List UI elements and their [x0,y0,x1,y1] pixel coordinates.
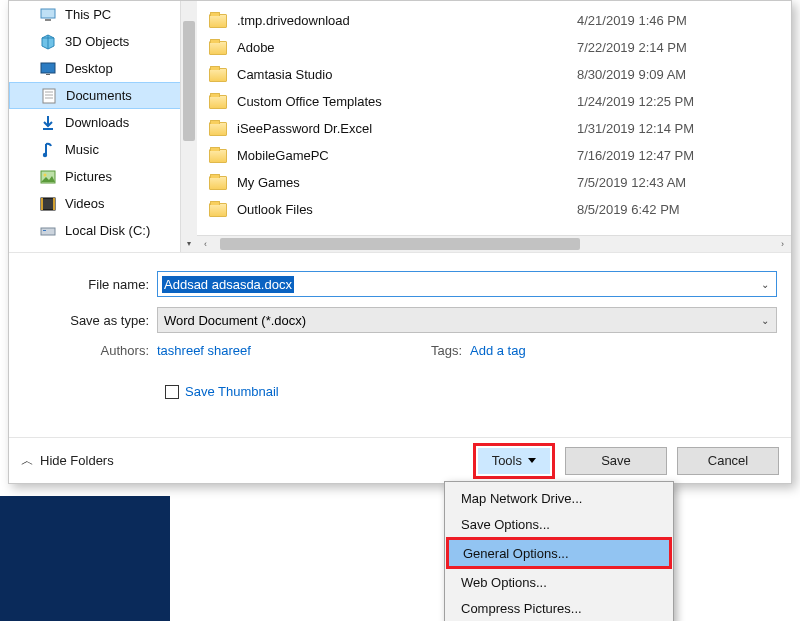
filename-dropdown-icon[interactable]: ⌄ [756,274,774,294]
tools-button[interactable]: Tools [478,448,550,474]
disk-icon [39,222,57,240]
sidebar-item-label: Local Disk (C:) [65,223,150,238]
svg-rect-18 [41,228,55,235]
sidebar-item-label: This PC [65,7,111,22]
scrollbar-track[interactable] [214,236,774,252]
save-as-dialog: This PC 3D Objects Desktop Documents [8,0,792,484]
table-row[interactable]: My Games7/5/2019 12:43 AM [197,169,791,196]
chevron-down-icon [528,458,536,463]
sidebar-item-label: Pictures [65,169,112,184]
videos-icon [39,195,57,213]
general-options-highlight: General Options... [446,537,672,569]
scroll-left-arrow[interactable]: ‹ [197,239,214,249]
menu-item-map-network-drive[interactable]: Map Network Drive... [447,485,671,511]
table-row[interactable]: Custom Office Templates1/24/2019 12:25 P… [197,88,791,115]
table-row[interactable]: .tmp.drivedownload4/21/2019 1:46 PM [197,7,791,34]
file-date: 4/21/2019 1:46 PM [577,13,687,28]
cube-icon [39,33,57,51]
table-row[interactable]: Camtasia Studio8/30/2019 9:09 AM [197,61,791,88]
file-name: Adobe [237,40,577,55]
browser-pane: This PC 3D Objects Desktop Documents [9,1,791,253]
documents-icon [40,87,58,105]
save-type-label: Save as type: [23,313,157,328]
hide-folders-button[interactable]: ︿ Hide Folders [21,452,114,470]
file-name: Camtasia Studio [237,67,577,82]
svg-rect-17 [53,198,55,210]
save-thumbnail-checkbox[interactable] [165,385,179,399]
menu-item-save-options[interactable]: Save Options... [447,511,671,537]
file-date: 7/5/2019 12:43 AM [577,175,686,190]
sidebar-item-label: 3D Objects [65,34,129,49]
save-type-select[interactable]: Word Document (*.docx) ⌄ [157,307,777,333]
pc-icon [39,6,57,24]
table-row[interactable]: iSeePassword Dr.Excel1/31/2019 12:14 PM [197,115,791,142]
svg-rect-19 [43,230,46,231]
svg-rect-16 [41,198,43,210]
svg-rect-15 [41,198,55,210]
hide-folders-label: Hide Folders [40,453,114,468]
menu-item-general-options[interactable]: General Options... [449,540,669,566]
save-thumbnail-option[interactable]: Save Thumbnail [165,384,777,399]
menu-item-web-options[interactable]: Web Options... [447,569,671,595]
sidebar-item-3d-objects[interactable]: 3D Objects [9,28,197,55]
file-name: My Games [237,175,577,190]
sidebar-item-downloads[interactable]: Downloads [9,109,197,136]
desktop-icon [39,60,57,78]
sidebar-item-documents[interactable]: Documents [9,82,197,109]
file-name: .tmp.drivedownload [237,13,577,28]
authors-value[interactable]: tashreef shareef [157,343,251,358]
folder-icon [209,68,227,82]
filename-label: File name: [23,277,157,292]
table-row[interactable]: Adobe7/22/2019 2:14 PM [197,34,791,61]
tools-dropdown-menu: Map Network Drive... Save Options... Gen… [444,481,674,621]
tags-value[interactable]: Add a tag [470,343,526,358]
svg-rect-5 [41,63,55,73]
sidebar-item-label: Downloads [65,115,129,130]
table-row[interactable]: MobileGamePC7/16/2019 12:47 PM [197,142,791,169]
cancel-label: Cancel [708,453,748,468]
cancel-button[interactable]: Cancel [677,447,779,475]
sidebar-scrollbar[interactable]: ▾ [180,1,197,252]
file-rows: .tmp.drivedownload4/21/2019 1:46 PM Adob… [197,1,791,223]
folder-icon [209,95,227,109]
svg-point-14 [44,173,47,176]
save-type-value: Word Document (*.docx) [164,313,306,328]
file-name: iSeePassword Dr.Excel [237,121,577,136]
file-date: 8/5/2019 6:42 PM [577,202,680,217]
sidebar-item-videos[interactable]: Videos [9,190,197,217]
sidebar-item-label: Documents [66,88,132,103]
svg-rect-7 [43,89,55,103]
folder-icon [209,149,227,163]
scrollbar-thumb[interactable] [220,238,580,250]
sidebar-item-local-disk[interactable]: Local Disk (C:) [9,217,197,244]
scrollbar-down-arrow[interactable]: ▾ [181,235,197,252]
sidebar-item-music[interactable]: Music [9,136,197,163]
dialog-bottom-bar: ︿ Hide Folders Tools Save Cancel [9,437,791,483]
svg-rect-0 [41,9,55,18]
filename-input[interactable]: Addsad adsasda.docx ⌄ [157,271,777,297]
tools-highlight: Tools [473,443,555,479]
sidebar-item-this-pc[interactable]: This PC [9,1,197,28]
scroll-right-arrow[interactable]: › [774,239,791,249]
type-dropdown-icon[interactable]: ⌄ [756,310,774,330]
save-label: Save [601,453,631,468]
file-name: Custom Office Templates [237,94,577,109]
svg-point-12 [43,152,47,156]
horizontal-scrollbar[interactable]: ‹ › [197,235,791,252]
svg-rect-1 [45,19,51,21]
save-button[interactable]: Save [565,447,667,475]
sidebar-item-label: Videos [65,196,105,211]
table-row[interactable]: Outlook Files8/5/2019 6:42 PM [197,196,791,223]
folder-icon [209,122,227,136]
tools-label: Tools [492,453,522,468]
background-stripe [0,496,170,621]
sidebar-item-pictures[interactable]: Pictures [9,163,197,190]
folder-icon [209,176,227,190]
sidebar-item-label: Desktop [65,61,113,76]
save-thumbnail-label: Save Thumbnail [185,384,279,399]
scrollbar-thumb[interactable] [183,21,195,141]
menu-item-compress-pictures[interactable]: Compress Pictures... [447,595,671,621]
folder-icon [209,14,227,28]
sidebar-item-desktop[interactable]: Desktop [9,55,197,82]
file-list: .tmp.drivedownload4/21/2019 1:46 PM Adob… [197,1,791,252]
